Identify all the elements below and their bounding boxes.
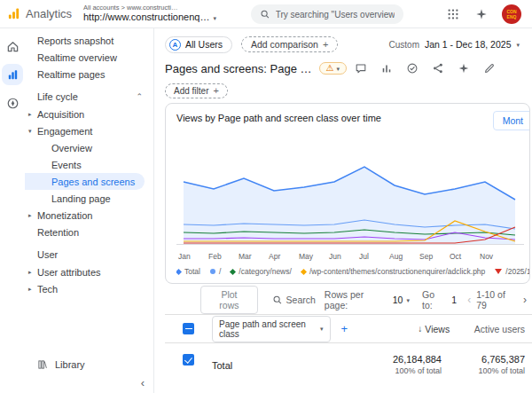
legend-label: /wp-content/themes/constructionenquirer/…: [309, 267, 485, 276]
table-search[interactable]: Search: [272, 295, 316, 305]
nav-realtime-pages[interactable]: Realtime pages: [25, 66, 153, 83]
nav-tech[interactable]: ▸Tech: [25, 280, 153, 297]
search-bar[interactable]: Try searching "Users overview": [251, 4, 403, 24]
nav-label: Acquisition: [37, 109, 84, 120]
legend-marker-icon: [176, 268, 182, 274]
dimension-selector[interactable]: Page path and screen class ▾: [212, 316, 331, 342]
nav-landing-page[interactable]: Landing page: [25, 190, 153, 207]
data-quality-warning-chip[interactable]: ⚠ ▾: [319, 62, 347, 75]
report-nav-drawer: Reports snapshot Realtime overview Realt…: [25, 28, 154, 393]
date-range-picker[interactable]: Custom Jan 1 - Dec 18, 2025 ▾: [389, 39, 520, 50]
date-range-value: Jan 1 - Dec 18, 2025: [425, 39, 511, 50]
prev-page-icon[interactable]: ‹: [467, 295, 471, 305]
table-toolbar: Plot rows Search Rows per page: 10 ▾ Go …: [165, 289, 532, 310]
nav-label: Engagement: [37, 126, 92, 137]
legend-item[interactable]: /wp-content/themes/constructionenquirer/…: [301, 267, 485, 276]
analytics-logo[interactable]: Analytics: [7, 7, 83, 20]
axis-tick-label: Oct: [450, 252, 461, 261]
legend-marker-icon: [210, 269, 215, 274]
nav-retention[interactable]: Retention: [25, 224, 153, 240]
axis-tick-label: Jul: [359, 252, 369, 261]
views-column-header[interactable]: ↓ Views: [356, 324, 450, 334]
nav-reports-snapshot[interactable]: Reports snapshot: [25, 32, 153, 49]
plus-icon: +: [213, 86, 218, 96]
nav-acquisition[interactable]: ▸Acquisition: [25, 106, 153, 122]
add-dimension-icon[interactable]: +: [341, 323, 348, 334]
total-views-share: 100% of total: [337, 366, 442, 375]
caret-down-icon: ▾: [516, 42, 520, 48]
legend-marker-icon: [301, 268, 307, 274]
nav-label: Monetization: [37, 210, 92, 221]
bar-chart-icon[interactable]: [379, 61, 394, 75]
collapse-section-icon[interactable]: ⌃: [136, 92, 143, 101]
nav-engagement[interactable]: ▾Engagement: [25, 122, 153, 139]
account-avatar[interactable]: Con Enq: [502, 4, 521, 24]
legend-item[interactable]: /2025/11/26/national-timber-group-colla…: [495, 267, 529, 276]
total-row-label: Total: [212, 360, 232, 371]
insights-icon[interactable]: [457, 61, 471, 75]
table-total-row: Total 26,184,884 100% of total 6,765,387…: [165, 342, 532, 392]
sort-desc-icon: ↓: [418, 324, 422, 334]
nav-pages-and-screens[interactable]: Pages and screens: [25, 173, 145, 190]
row-checkbox[interactable]: [183, 354, 194, 365]
data-quality-icon[interactable]: [405, 61, 419, 75]
nav-library[interactable]: Library: [25, 359, 85, 370]
next-page-icon[interactable]: ›: [523, 295, 527, 305]
axis-tick-label: Aug: [389, 252, 403, 261]
chevron-right-icon: ▸: [28, 269, 32, 276]
select-all-checkbox[interactable]: [183, 323, 194, 334]
rows-per-page-value: 10: [393, 295, 403, 305]
top-bar: Analytics All accounts > www.constructi……: [0, 0, 532, 28]
nav-rail: [0, 28, 25, 393]
nav-label: Realtime overview: [37, 52, 117, 63]
add-filter-button[interactable]: Add filter +: [165, 83, 228, 98]
rows-per-page-selector[interactable]: Rows per page: 10 ▾: [325, 289, 410, 310]
rows-per-page-label: Rows per page:: [325, 289, 389, 310]
interval-selector-button[interactable]: Mont: [493, 111, 530, 130]
nav-user-attributes[interactable]: ▸User attributes: [25, 263, 153, 280]
rail-home-button[interactable]: [2, 35, 23, 57]
nav-engagement-overview[interactable]: Overview: [25, 139, 153, 156]
search-icon: [272, 295, 283, 305]
nav-events[interactable]: Events: [25, 156, 153, 173]
chevron-right-icon: ▸: [28, 111, 32, 118]
account-path: All accounts > www.constructi…: [83, 4, 216, 12]
apps-grid-icon[interactable]: [445, 6, 461, 22]
legend-item[interactable]: /category/news/: [231, 267, 292, 276]
account-switcher[interactable]: All accounts > www.constructi… http://ww…: [83, 4, 216, 23]
share-icon[interactable]: [431, 61, 445, 75]
nav-label: Events: [51, 160, 82, 170]
nav-monetization[interactable]: ▸Monetization: [25, 207, 153, 224]
legend-item[interactable]: Total: [176, 267, 200, 276]
table-header-row: Page path and screen class ▾ + ↓ Views A…: [165, 314, 532, 342]
segment-controls: A All Users Add comparison + Custom Jan …: [165, 34, 532, 55]
assistant-sparkle-icon[interactable]: [473, 6, 489, 22]
views-over-time-chart: [176, 136, 524, 248]
edit-icon[interactable]: [482, 61, 497, 75]
library-icon: [37, 359, 48, 370]
axis-tick-label: Sep: [419, 252, 433, 261]
legend-label: /2025/11/26/national-timber-group-colla…: [505, 267, 529, 276]
search-icon: [260, 9, 270, 20]
nav-realtime-overview[interactable]: Realtime overview: [25, 49, 153, 66]
nav-label: Pages and screens: [51, 177, 135, 187]
total-active-users-cell: 6,765,387 100% of total: [450, 354, 532, 375]
rail-reports-button[interactable]: [2, 64, 23, 85]
axis-tick-label: Feb: [208, 252, 222, 261]
rail-explore-button[interactable]: [2, 92, 23, 114]
legend-item[interactable]: /: [210, 267, 221, 276]
all-users-chip[interactable]: A All Users: [165, 36, 232, 53]
filter-row: Add filter +: [165, 82, 532, 99]
axis-tick-label: Apr: [269, 252, 280, 261]
go-to-page[interactable]: Go to: 1: [422, 289, 457, 310]
nav-label: Landing page: [51, 193, 111, 204]
add-comparison-button[interactable]: Add comparison +: [241, 36, 338, 52]
collapse-drawer-icon[interactable]: ‹: [141, 376, 145, 389]
plot-rows-button[interactable]: Plot rows: [200, 286, 258, 314]
caret-down-icon: ▾: [336, 66, 340, 72]
analytics-app: Analytics All accounts > www.constructi……: [0, 0, 532, 393]
legend-marker-icon: [495, 269, 502, 274]
annotation-icon[interactable]: [354, 61, 368, 75]
active-users-column-header[interactable]: Active users: [458, 324, 532, 334]
legend-label: /: [219, 267, 221, 276]
